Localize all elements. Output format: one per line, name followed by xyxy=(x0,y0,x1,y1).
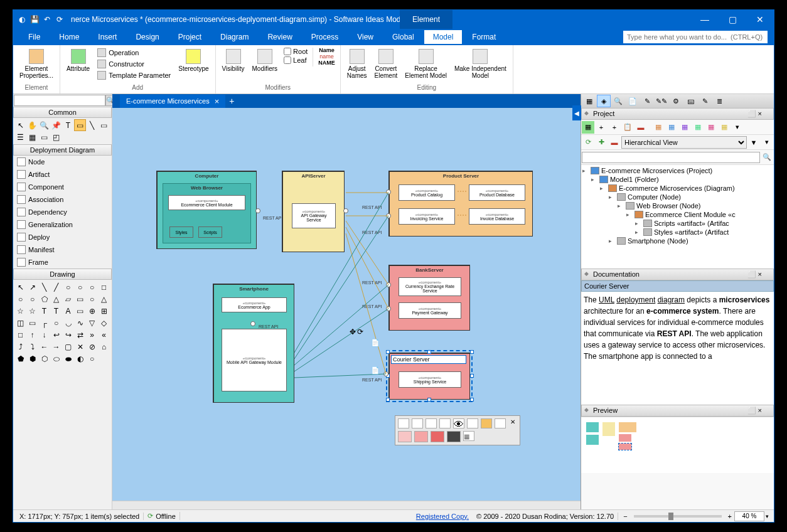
shape-tool-7[interactable]: □ xyxy=(98,281,110,293)
tree-item[interactable]: ▸Styles «artifact» (Artifact xyxy=(582,228,773,237)
shape-tool-2[interactable]: ╲ xyxy=(38,281,50,293)
shape-tool-13[interactable]: ▭ xyxy=(74,293,86,305)
proj-tb-1[interactable]: ▦ xyxy=(582,121,594,134)
menu-format[interactable]: Format xyxy=(463,30,505,44)
command-search-input[interactable] xyxy=(623,31,768,43)
shape-tool-9[interactable]: ○ xyxy=(26,293,38,305)
shape-tool-33[interactable]: ↑ xyxy=(26,329,38,341)
horizontal-scrollbar[interactable] xyxy=(112,501,581,509)
proj-tb-2[interactable]: + xyxy=(595,121,608,134)
zoom-slider[interactable] xyxy=(634,515,722,518)
replace-button[interactable]: Replace Element Model xyxy=(404,48,448,80)
line-tool[interactable]: ╲ xyxy=(86,119,98,131)
shape-tool-49[interactable]: ⬢ xyxy=(26,353,38,364)
menu-design[interactable]: Design xyxy=(127,30,168,44)
save-icon[interactable]: 💾 xyxy=(29,14,40,24)
shape-tool-46[interactable]: ⊘ xyxy=(86,341,98,353)
leaf-checkbox[interactable]: Leaf xyxy=(284,56,308,64)
menu-home[interactable]: Home xyxy=(50,30,88,44)
shape-tool-26[interactable]: ┌ xyxy=(38,317,50,329)
shape-tool-3[interactable]: ╱ xyxy=(50,281,62,293)
deployment-header[interactable]: Deployment Diagram xyxy=(13,144,112,156)
proj-tb-4[interactable]: 📋 xyxy=(621,121,634,134)
computer-node[interactable]: Computer Web Browser «component»Ecommerc… xyxy=(156,171,257,249)
menu-review[interactable]: Review xyxy=(259,30,301,44)
panel-tool-4[interactable]: 📄 xyxy=(626,95,640,107)
diagram-canvas[interactable]: Computer Web Browser «component»Ecommerc… xyxy=(112,108,581,501)
tree-search-icon[interactable]: 🔍 xyxy=(761,151,773,164)
make-independent-button[interactable]: Make Independent Model xyxy=(453,48,508,80)
node-name-editor[interactable] xyxy=(391,355,466,364)
panel-tool-8[interactable]: 🖴 xyxy=(683,95,697,107)
menu-global[interactable]: Global xyxy=(383,30,423,44)
bankserver-node[interactable]: BankServer «component»Currency Exchange … xyxy=(388,265,470,331)
panel-tool-2[interactable]: ◈ xyxy=(597,95,611,107)
view-mode-select[interactable]: Hierarchical View xyxy=(621,136,747,149)
zoom-tool[interactable]: 🔍 xyxy=(38,119,50,131)
note-tool[interactable]: ▭ xyxy=(74,119,86,131)
shape-tool-34[interactable]: ↓ xyxy=(38,329,50,341)
smartphone-node[interactable]: Smartphone «component»Ecommerce App «com… xyxy=(213,284,294,403)
ctx-btn-6[interactable] xyxy=(467,418,478,428)
close-tab-icon[interactable]: × xyxy=(215,97,220,106)
shape-tool-37[interactable]: ⇄ xyxy=(74,329,86,341)
doc-icon[interactable] xyxy=(495,418,506,428)
tree-search-input[interactable] xyxy=(582,152,760,163)
undo-icon[interactable]: ↶ xyxy=(42,14,52,24)
shape-tool-19[interactable]: T xyxy=(50,305,62,317)
shape-tool-11[interactable]: △ xyxy=(50,293,62,305)
shape-tool-14[interactable]: ○ xyxy=(86,293,98,305)
constructor-button[interactable]: Constructor xyxy=(96,59,172,69)
text-tool[interactable]: T xyxy=(62,119,74,131)
tree-item[interactable]: ▸Smartphone (Node) xyxy=(582,237,773,245)
color-swatch[interactable] xyxy=(431,431,444,442)
tree-item[interactable]: ▸Computer (Node) xyxy=(582,193,773,201)
project-panel-header[interactable]: Project⬜ × xyxy=(581,108,774,120)
proj-tb-9[interactable]: ▦ xyxy=(692,121,704,134)
shape-tool-44[interactable]: ▢ xyxy=(62,341,74,353)
refresh-tree-icon[interactable]: ⟳ xyxy=(582,136,594,149)
shape-tool-54[interactable]: ○ xyxy=(86,353,98,364)
add-tab-button[interactable]: + xyxy=(225,96,238,106)
color-swatch[interactable] xyxy=(414,431,428,442)
ctx-btn-3[interactable] xyxy=(426,418,437,428)
tree-item[interactable]: ▸Model1 (Folder) xyxy=(582,175,773,184)
menu-project[interactable]: Project xyxy=(169,30,210,44)
shape-tool-23[interactable]: ⊞ xyxy=(98,305,110,317)
shape-tool-15[interactable]: △ xyxy=(98,293,110,305)
note-icon[interactable]: 📄 xyxy=(371,339,380,347)
tool-dependency[interactable]: Dependency xyxy=(13,206,112,218)
frame-tool[interactable]: ◰ xyxy=(50,131,62,143)
panel-tool-3[interactable]: 🔍 xyxy=(611,95,625,107)
tree-item[interactable]: ▸E-commerce Microservices (Diagram) xyxy=(582,184,773,193)
hand-tool[interactable]: ✋ xyxy=(26,119,38,131)
shape-tool-52[interactable]: ⬬ xyxy=(62,353,74,364)
pin-tool[interactable]: 📌 xyxy=(50,119,62,131)
shape-tool-47[interactable]: ⌂ xyxy=(98,341,110,353)
proj-tb-12[interactable]: ▾ xyxy=(731,121,744,134)
tool-component[interactable]: Component xyxy=(13,181,112,193)
shape-tool-30[interactable]: ▽ xyxy=(86,317,98,329)
productserver-node[interactable]: Product Server «component»Product Catalo… xyxy=(388,171,533,237)
shape-tool-1[interactable]: ↗ xyxy=(26,281,38,293)
context-tab[interactable]: Element xyxy=(400,10,452,29)
shape-tool-40[interactable]: ⤴ xyxy=(14,341,26,353)
preview-panel-header[interactable]: Preview⬜ × xyxy=(581,405,774,417)
tree-item[interactable]: ▸Ecommerce Client Module «c xyxy=(582,210,773,219)
shape-tool-8[interactable]: ○ xyxy=(14,293,26,305)
menu-insert[interactable]: Insert xyxy=(89,30,126,44)
shape-tool-25[interactable]: ▭ xyxy=(26,317,38,329)
gear-icon[interactable]: ⚙ xyxy=(669,95,683,107)
tool-node[interactable]: Node xyxy=(13,156,112,168)
preview-panel[interactable] xyxy=(581,417,774,473)
tree-item[interactable]: ▸Web Browser (Node) xyxy=(582,201,773,210)
stereotype-button[interactable]: Stereotype xyxy=(177,48,210,73)
shape-tool-18[interactable]: T xyxy=(38,305,50,317)
shape-tool-6[interactable]: ○ xyxy=(86,281,98,293)
shape-tool-21[interactable]: ▭ xyxy=(74,305,86,317)
tool-association[interactable]: Association xyxy=(13,193,112,206)
shape-tool-53[interactable]: ◐ xyxy=(74,353,86,364)
shape-tool-41[interactable]: ⤵ xyxy=(26,341,38,353)
panel-tool-1[interactable]: ▦ xyxy=(582,95,596,107)
shape-tool-31[interactable]: ◇ xyxy=(98,317,110,329)
